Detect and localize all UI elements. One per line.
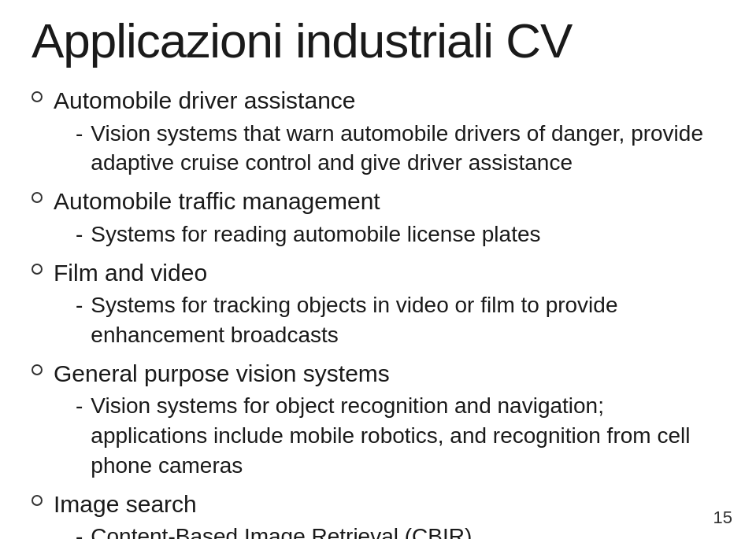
sub-list-item: - Systems for tracking objects in video … — [76, 290, 724, 350]
list-item: Automobile driver assistance - Vision sy… — [32, 85, 724, 181]
dash-icon: - — [76, 119, 83, 149]
bullet-icon — [32, 91, 43, 102]
sub-list: - Systems for reading automobile license… — [76, 220, 541, 249]
list-item: Automobile traffic management - Systems … — [32, 186, 724, 252]
dash-icon: - — [76, 391, 83, 421]
bullet-icon — [32, 364, 43, 375]
sub-text: Systems for reading automobile license p… — [91, 220, 540, 249]
sub-list: - Content-Based Image Retrieval (CBIR) — [76, 522, 472, 539]
dash-icon: - — [76, 220, 83, 249]
sub-text: Systems for tracking objects in video or… — [91, 290, 724, 350]
sub-list: - Vision systems for object recognition … — [76, 391, 724, 480]
dash-icon: - — [76, 522, 83, 539]
bullet-label: Image search — [54, 491, 197, 517]
slide-title: Applicazioni industriali CV — [32, 14, 724, 68]
bullet-icon — [32, 495, 43, 506]
bullet-icon — [32, 264, 43, 275]
list-item: Film and video - Systems for tracking ob… — [32, 257, 724, 353]
sub-text: Content-Based Image Retrieval (CBIR) — [91, 522, 472, 539]
sub-list: - Vision systems that warn automobile dr… — [76, 119, 724, 179]
sub-list-item: - Vision systems for object recognition … — [76, 391, 724, 480]
bullet-icon — [32, 192, 43, 203]
sub-list-item: - Vision systems that warn automobile dr… — [76, 119, 724, 179]
sub-list-item: - Systems for reading automobile license… — [76, 220, 541, 249]
sub-list-item: - Content-Based Image Retrieval (CBIR) — [76, 522, 472, 539]
slide-container: Applicazioni industriali CV Automobile d… — [0, 0, 756, 539]
bullet-label: Automobile driver assistance — [54, 87, 356, 113]
sub-text: Vision systems that warn automobile driv… — [91, 119, 724, 179]
bullet-label: Film and video — [54, 260, 207, 286]
bullet-label: Automobile traffic management — [54, 188, 380, 214]
content-list: Automobile driver assistance - Vision sy… — [32, 85, 724, 539]
bullet-label: General purpose vision systems — [54, 360, 390, 386]
page-number: 15 — [713, 508, 732, 528]
sub-text: Vision systems for object recognition an… — [91, 391, 724, 480]
sub-list: - Systems for tracking objects in video … — [76, 290, 724, 350]
list-item: General purpose vision systems - Vision … — [32, 358, 724, 484]
dash-icon: - — [76, 290, 83, 320]
list-item: Image search - Content-Based Image Retri… — [32, 489, 724, 539]
